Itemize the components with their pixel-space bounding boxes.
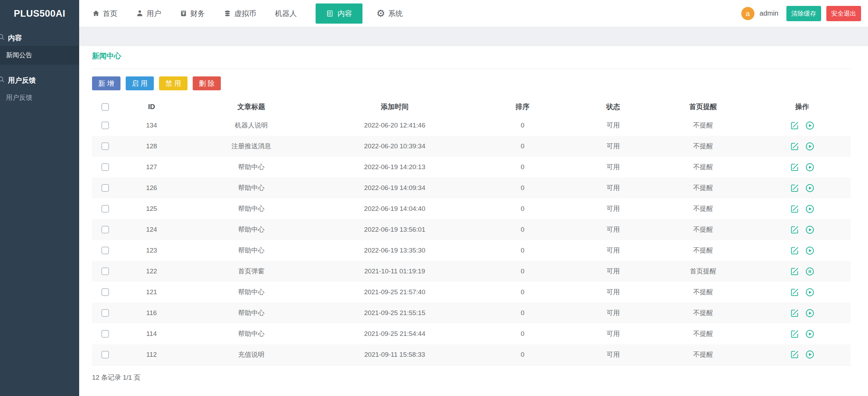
select-all-checkbox[interactable]: [101, 103, 109, 111]
cell-time: 2022-06-19 14:09:34: [318, 178, 471, 198]
cell-remind: 不提醒: [653, 344, 754, 365]
nav-item-content-active[interactable]: 内容: [316, 3, 362, 24]
nav-item-users[interactable]: 用户: [136, 9, 161, 18]
cell-time: 2021-09-25 21:55:15: [318, 303, 471, 323]
cell-status: 可用: [574, 261, 652, 282]
cell-id: 126: [118, 178, 184, 198]
delete-button[interactable]: 删 除: [193, 76, 221, 90]
play-icon[interactable]: [805, 246, 815, 255]
edit-icon[interactable]: [790, 142, 799, 151]
play-icon[interactable]: [805, 121, 815, 130]
play-icon[interactable]: [805, 183, 815, 193]
edit-icon[interactable]: [790, 288, 799, 297]
play-icon[interactable]: [805, 329, 815, 339]
topbar: 首页 用户 ¥ 财务 虚拟币 机器人 内容: [79, 0, 868, 27]
toolbar: 新 增 启 用 禁 用 删 除: [92, 76, 851, 90]
nav-item-robot[interactable]: 机器人: [275, 9, 297, 18]
cell-remind: 不提醒: [653, 136, 754, 157]
edit-icon[interactable]: [790, 267, 799, 276]
cell-sort: 0: [471, 136, 574, 157]
cell-title: 帮助中心: [185, 303, 318, 323]
cell-id: 134: [118, 115, 184, 136]
cell-title: 机器人说明: [185, 115, 318, 136]
add-button[interactable]: 新 增: [92, 76, 120, 90]
nav-item-system[interactable]: ⚙ 系统: [376, 9, 403, 18]
row-checkbox[interactable]: [101, 247, 109, 254]
edit-icon[interactable]: [790, 308, 799, 318]
gear-icon: ⚙: [376, 9, 385, 18]
sidebar-section-feedback[interactable]: 用户反馈: [0, 72, 79, 88]
cell-id: 114: [118, 323, 184, 344]
play-icon[interactable]: [805, 350, 815, 359]
logout-button[interactable]: 安全退出: [826, 6, 861, 21]
sidebar-item-news-announcement[interactable]: 新闻公告: [0, 46, 79, 65]
news-table: ID 文章标题 添加时间 排序 状态 首页提醒 操作 134 机器人说明 202…: [92, 98, 851, 365]
cell-status: 可用: [574, 303, 652, 323]
row-checkbox[interactable]: [101, 267, 109, 275]
cell-status: 可用: [574, 157, 652, 178]
play-icon[interactable]: [805, 308, 815, 318]
cell-time: 2021-09-25 21:57:40: [318, 282, 471, 303]
enable-button[interactable]: 启 用: [126, 76, 154, 90]
row-checkbox[interactable]: [101, 142, 109, 150]
clear-cache-button[interactable]: 清除缓存: [786, 6, 821, 21]
sidebar-item-user-feedback[interactable]: 用户反馈: [0, 88, 79, 107]
edit-icon[interactable]: [790, 183, 799, 193]
cell-id: 121: [118, 282, 184, 303]
row-checkbox[interactable]: [101, 122, 109, 129]
row-checkbox[interactable]: [101, 184, 109, 192]
cell-status: 可用: [574, 115, 652, 136]
cell-sort: 0: [471, 344, 574, 365]
row-checkbox[interactable]: [101, 309, 109, 317]
row-checkbox[interactable]: [101, 351, 109, 358]
avatar[interactable]: a: [741, 7, 754, 20]
cell-title: 帮助中心: [185, 240, 318, 261]
row-checkbox[interactable]: [101, 226, 109, 233]
edit-icon[interactable]: [790, 225, 799, 234]
row-checkbox[interactable]: [101, 163, 109, 171]
table-row: 125 帮助中心 2022-06-19 14:04:40 0 可用 不提醒: [92, 198, 851, 219]
cell-time: 2021-09-11 15:58:33: [318, 344, 471, 365]
play-icon[interactable]: [805, 142, 815, 151]
play-icon[interactable]: [805, 204, 815, 214]
play-icon[interactable]: [805, 288, 815, 297]
edit-icon[interactable]: [790, 163, 799, 172]
cell-action: [753, 282, 851, 303]
cell-id: 125: [118, 198, 184, 219]
cell-title: 帮助中心: [185, 157, 318, 178]
cell-sort: 0: [471, 178, 574, 198]
cell-status: 可用: [574, 136, 652, 157]
nav-item-label: 用户: [147, 9, 161, 18]
cell-remind: 不提醒: [653, 219, 754, 240]
cell-title: 帮助中心: [185, 323, 318, 344]
cell-sort: 0: [471, 115, 574, 136]
nav-item-label: 财务: [190, 9, 205, 18]
nav-item-finance[interactable]: ¥ 财务: [180, 9, 205, 18]
cell-id: 128: [118, 136, 184, 157]
cell-sort: 0: [471, 198, 574, 219]
record-count: 12 条记录 1/1 页: [92, 365, 851, 382]
row-checkbox[interactable]: [101, 205, 109, 213]
edit-icon[interactable]: [790, 204, 799, 214]
nav-item-home[interactable]: 首页: [92, 9, 117, 18]
row-checkbox[interactable]: [101, 330, 109, 338]
cell-sort: 0: [471, 240, 574, 261]
cell-time: 2022-06-20 12:41:46: [318, 115, 471, 136]
page-title: 新闻中心: [92, 46, 851, 69]
sidebar-section-content[interactable]: 内容: [0, 30, 79, 46]
edit-icon[interactable]: [790, 246, 799, 255]
edit-icon[interactable]: [790, 329, 799, 339]
nav-item-crypto[interactable]: 虚拟币: [224, 9, 256, 18]
play-icon[interactable]: [805, 163, 815, 172]
column-header-action: 操作: [753, 98, 851, 115]
cell-time: 2021-10-11 01:19:19: [318, 261, 471, 282]
disable-button[interactable]: 禁 用: [159, 76, 187, 90]
row-checkbox[interactable]: [101, 288, 109, 296]
play-icon[interactable]: [805, 225, 815, 234]
edit-icon[interactable]: [790, 350, 799, 359]
cell-remind: 不提醒: [653, 282, 754, 303]
pause-icon[interactable]: [805, 267, 815, 276]
sidebar-item-label: 新闻公告: [6, 51, 32, 60]
edit-icon[interactable]: [790, 121, 799, 130]
cell-title: 帮助中心: [185, 178, 318, 198]
